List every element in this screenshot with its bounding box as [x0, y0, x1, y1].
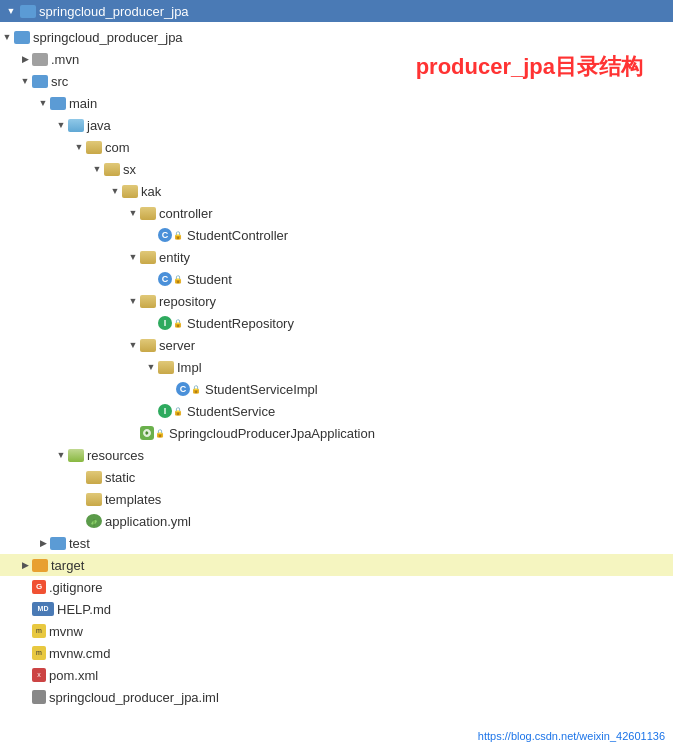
label-static: static: [105, 470, 135, 485]
label-src: src: [51, 74, 68, 89]
label-templates: templates: [105, 492, 161, 507]
root-folder-icon: [20, 5, 36, 18]
label-com: com: [105, 140, 130, 155]
tree-item-sx[interactable]: ▼sx: [0, 158, 673, 180]
arrow-sx: ▼: [90, 164, 104, 174]
root-label: springcloud_producer_jpa: [39, 4, 189, 19]
label-java: java: [87, 118, 111, 133]
arrow-src: ▼: [18, 76, 32, 86]
arrow-root: ▼: [0, 32, 14, 42]
tree-item-controller[interactable]: ▼controller: [0, 202, 673, 224]
label-StudentController: StudentController: [187, 228, 288, 243]
tree-item-java[interactable]: ▼java: [0, 114, 673, 136]
label-main: main: [69, 96, 97, 111]
arrow-target: ▶: [18, 560, 32, 570]
label-HELP_md: HELP.md: [57, 602, 111, 617]
label-controller: controller: [159, 206, 212, 221]
tree-item-entity[interactable]: ▼entity: [0, 246, 673, 268]
tree-item-StudentService[interactable]: I🔒StudentService: [0, 400, 673, 422]
watermark: https://blog.csdn.net/weixin_42601136: [478, 730, 665, 742]
label-repository: repository: [159, 294, 216, 309]
label-test: test: [69, 536, 90, 551]
label-StudentService: StudentService: [187, 404, 275, 419]
tree-item-com[interactable]: ▼com: [0, 136, 673, 158]
tree-item-static[interactable]: static: [0, 466, 673, 488]
label-iml: springcloud_producer_jpa.iml: [49, 690, 219, 705]
label-entity: entity: [159, 250, 190, 265]
label-pom_xml: pom.xml: [49, 668, 98, 683]
tree-item-Student[interactable]: C🔒Student: [0, 268, 673, 290]
project-root-bar[interactable]: springcloud_producer_jpa: [0, 0, 673, 22]
label-resources: resources: [87, 448, 144, 463]
tree-item-HELP_md[interactable]: MDHELP.md: [0, 598, 673, 620]
tree-item-repository[interactable]: ▼repository: [0, 290, 673, 312]
file-tree: ▼springcloud_producer_jpa▶.mvn▼src▼main▼…: [0, 22, 673, 744]
arrow-com: ▼: [72, 142, 86, 152]
tree-item-kak[interactable]: ▼kak: [0, 180, 673, 202]
tree-item-server[interactable]: ▼server: [0, 334, 673, 356]
tree-item-mvnw[interactable]: mmvnw: [0, 620, 673, 642]
arrow-server: ▼: [126, 340, 140, 350]
tree-item-SpringcloudProducerJpaApplication[interactable]: 🔒SpringcloudProducerJpaApplication: [0, 422, 673, 444]
label-application_yml: application.yml: [105, 514, 191, 529]
arrow-entity: ▼: [126, 252, 140, 262]
label-Student: Student: [187, 272, 232, 287]
label-kak: kak: [141, 184, 161, 199]
tree-item-main[interactable]: ▼main: [0, 92, 673, 114]
arrow-kak: ▼: [108, 186, 122, 196]
annotation-text: producer_jpa目录结构: [416, 52, 643, 82]
tree-item-mvnw_cmd[interactable]: mmvnw.cmd: [0, 642, 673, 664]
tree-item-root[interactable]: ▼springcloud_producer_jpa: [0, 26, 673, 48]
label-StudentRepository: StudentRepository: [187, 316, 294, 331]
tree-item-iml[interactable]: springcloud_producer_jpa.iml: [0, 686, 673, 708]
tree-item-StudentServiceImpl[interactable]: C🔒StudentServiceImpl: [0, 378, 673, 400]
arrow-repository: ▼: [126, 296, 140, 306]
tree-item-Impl[interactable]: ▼Impl: [0, 356, 673, 378]
tree-item-StudentController[interactable]: C🔒StudentController: [0, 224, 673, 246]
arrow-resources: ▼: [54, 450, 68, 460]
arrow-controller: ▼: [126, 208, 140, 218]
tree-item-resources[interactable]: ▼resources: [0, 444, 673, 466]
tree-item-pom_xml[interactable]: xpom.xml: [0, 664, 673, 686]
arrow-mvn: ▶: [18, 54, 32, 64]
arrow-java: ▼: [54, 120, 68, 130]
label-sx: sx: [123, 162, 136, 177]
label-StudentServiceImpl: StudentServiceImpl: [205, 382, 318, 397]
arrow-main: ▼: [36, 98, 50, 108]
arrow-Impl: ▼: [144, 362, 158, 372]
tree-item-test[interactable]: ▶test: [0, 532, 673, 554]
root-arrow: [4, 6, 18, 16]
tree-item-templates[interactable]: templates: [0, 488, 673, 510]
tree-item-gitignore[interactable]: G.gitignore: [0, 576, 673, 598]
label-root: springcloud_producer_jpa: [33, 30, 183, 45]
label-target: target: [51, 558, 84, 573]
label-gitignore: .gitignore: [49, 580, 102, 595]
label-SpringcloudProducerJpaApplication: SpringcloudProducerJpaApplication: [169, 426, 375, 441]
tree-item-StudentRepository[interactable]: I🔒StudentRepository: [0, 312, 673, 334]
label-mvnw: mvnw: [49, 624, 83, 639]
arrow-test: ▶: [36, 538, 50, 548]
tree-item-application_yml[interactable]: application.yml: [0, 510, 673, 532]
label-mvnw_cmd: mvnw.cmd: [49, 646, 110, 661]
label-mvn: .mvn: [51, 52, 79, 67]
label-Impl: Impl: [177, 360, 202, 375]
label-server: server: [159, 338, 195, 353]
tree-item-target[interactable]: ▶target: [0, 554, 673, 576]
